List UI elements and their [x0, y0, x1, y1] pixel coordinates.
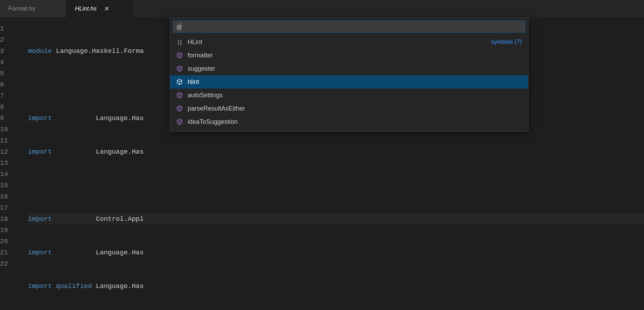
- line-number: 3: [0, 45, 21, 57]
- symbol-item-suggester[interactable]: suggester: [170, 62, 528, 75]
- symbol-item-ideatosuggestion[interactable]: ideaToSuggestion: [170, 115, 528, 128]
- line-number: 15: [0, 180, 21, 191]
- line-number: 8: [0, 101, 21, 113]
- line-number: 10: [0, 124, 21, 135]
- line-number: 20: [0, 236, 21, 247]
- method-icon: [176, 52, 183, 58]
- close-icon[interactable]: ✕: [104, 6, 109, 12]
- line-number: 22: [0, 258, 21, 269]
- line-number: 13: [0, 157, 21, 169]
- method-icon: [176, 105, 183, 112]
- symbol-item-hlint[interactable]: hlint: [170, 75, 528, 89]
- line-number: 16: [0, 191, 21, 202]
- code-line: import Control.Appl: [28, 213, 644, 225]
- symbol-search-input[interactable]: @: [173, 21, 525, 33]
- input-value: @: [177, 23, 181, 30]
- line-number: 6: [0, 79, 21, 90]
- method-icon: [176, 65, 183, 72]
- tab-bar: Format.hs HLint.hs ✕: [0, 0, 644, 17]
- editor: 1 2 3 4 5 6 7 8 9 10 11 12 13 14 15 16 1…: [0, 17, 644, 310]
- tab-format-hs[interactable]: Format.hs: [0, 0, 66, 17]
- namespace-icon: [176, 39, 183, 45]
- text-cursor: [181, 23, 181, 30]
- line-number: 7: [0, 90, 21, 101]
- code-line: import Language.Has: [28, 247, 644, 258]
- symbol-item-formatter[interactable]: formatter: [170, 49, 528, 62]
- line-number: 4: [0, 57, 21, 68]
- tab-hlint-hs[interactable]: HLint.hs ✕: [66, 0, 133, 17]
- line-number: 1: [0, 23, 21, 34]
- symbol-item-hlint-module[interactable]: HLint symbols (7): [170, 35, 528, 49]
- line-number-gutter: 1 2 3 4 5 6 7 8 9 10 11 12 13 14 15 16 1…: [0, 17, 28, 310]
- symbol-item-parseresultaseither[interactable]: parseResultAsEither: [170, 102, 528, 115]
- symbol-label: parseResultAsEither: [188, 105, 245, 112]
- line-number: 11: [0, 135, 21, 146]
- code-line: import Language.Has: [28, 146, 644, 157]
- method-icon: [176, 92, 183, 98]
- symbol-label: ideaToSuggestion: [188, 118, 238, 126]
- symbol-item-autosettings[interactable]: autoSettings: [170, 89, 528, 102]
- line-number: 18: [0, 213, 21, 225]
- line-number: 21: [0, 247, 21, 258]
- symbol-list: HLint symbols (7) formatter suggester hl…: [170, 35, 528, 128]
- command-palette: @ HLint symbols (7) formatter suggester …: [170, 17, 528, 132]
- symbol-label: HLint: [188, 38, 202, 46]
- symbol-label: formatter: [188, 52, 213, 59]
- code-line: [28, 180, 644, 191]
- symbol-label: autoSettings: [188, 92, 223, 99]
- line-number: 19: [0, 225, 21, 236]
- method-icon: [176, 79, 183, 85]
- line-number: 17: [0, 202, 21, 213]
- line-number: 9: [0, 113, 21, 124]
- line-number: 14: [0, 169, 21, 180]
- line-number: 2: [0, 34, 21, 45]
- method-icon: [176, 119, 183, 125]
- symbol-label: hlint: [188, 78, 199, 86]
- symbol-label: suggester: [188, 65, 215, 72]
- code-line: import qualified Language.Has: [28, 281, 644, 292]
- symbols-count-hint: symbols (7): [491, 38, 522, 45]
- tab-label: HLint.hs: [75, 5, 97, 12]
- tab-label: Format.hs: [8, 5, 35, 12]
- line-number: 12: [0, 146, 21, 157]
- line-number: 5: [0, 68, 21, 79]
